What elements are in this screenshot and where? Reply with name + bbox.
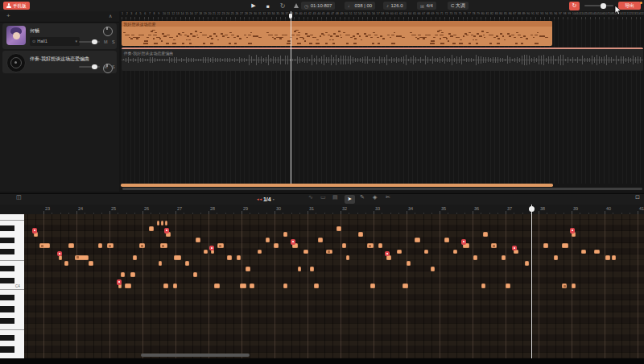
midi-note[interactable]	[227, 255, 232, 260]
piano-key-black[interactable]	[0, 278, 14, 283]
piano-keyboard[interactable]: C4	[0, 214, 24, 358]
pitch-marker[interactable]	[570, 228, 575, 234]
midi-note[interactable]	[562, 283, 567, 288]
piano-key-black[interactable]	[0, 306, 14, 312]
midi-note[interactable]	[75, 255, 89, 260]
play-button[interactable]: ▶	[248, 0, 259, 11]
midi-note[interactable]	[89, 261, 93, 266]
piano-key-black[interactable]	[0, 266, 14, 271]
pitch-marker[interactable]	[32, 228, 37, 234]
midi-note[interactable]	[303, 250, 308, 254]
midi-note[interactable]	[130, 272, 135, 277]
stop-button[interactable]: ■	[262, 0, 274, 11]
midi-note[interactable]	[491, 243, 497, 248]
midi-note[interactable]	[444, 238, 449, 242]
piano-roll-scrollbar[interactable]	[141, 354, 250, 357]
midi-note[interactable]	[453, 250, 457, 254]
midi-note[interactable]	[506, 283, 510, 288]
midi-note[interactable]	[402, 283, 408, 288]
midi-note[interactable]	[240, 283, 246, 288]
collapse-panel-button[interactable]: ∧	[109, 13, 112, 19]
midi-note[interactable]	[161, 221, 163, 225]
add-track-button[interactable]: +	[6, 12, 10, 19]
midi-note[interactable]	[502, 255, 506, 260]
midi-note[interactable]	[214, 283, 220, 288]
midi-note[interactable]	[326, 250, 332, 254]
regenerate-button[interactable]: ↻	[569, 2, 580, 10]
midi-note[interactable]	[204, 250, 208, 254]
marquee-tool[interactable]: ▭	[320, 194, 326, 201]
piano-roll-ruler[interactable]: 23242526272829303132333435363738394041	[0, 205, 644, 216]
midi-note[interactable]	[283, 283, 287, 288]
midi-note[interactable]	[159, 261, 162, 266]
arrangement-scrollbar[interactable]	[122, 188, 642, 191]
midi-note[interactable]	[424, 250, 428, 254]
piano-key-black[interactable]	[0, 238, 14, 243]
metronome-button[interactable]	[291, 0, 302, 11]
pencil-tool[interactable]: ✎	[360, 194, 365, 201]
piano-key-black[interactable]	[0, 295, 14, 300]
midi-note[interactable]	[185, 261, 189, 266]
midi-note[interactable]	[149, 226, 154, 231]
pitch-marker[interactable]	[385, 251, 390, 257]
scissors-tool[interactable]: ✂	[386, 194, 390, 201]
time-display[interactable]: ◷ 01:10:807	[301, 2, 335, 10]
midi-note[interactable]	[562, 243, 568, 248]
pitch-marker[interactable]	[57, 251, 62, 257]
piano-roll-playhead[interactable]	[531, 205, 532, 358]
pitch-marker[interactable]	[461, 239, 466, 245]
midi-note[interactable]	[125, 283, 131, 288]
piano-key-black[interactable]	[0, 346, 14, 352]
piano-key-black[interactable]	[0, 249, 14, 254]
piano-key-black[interactable]	[0, 318, 14, 324]
midi-note[interactable]	[407, 261, 411, 266]
midi-note[interactable]	[397, 250, 402, 254]
midi-note[interactable]	[274, 243, 279, 248]
eraser-tool[interactable]: ◈	[373, 194, 377, 201]
midi-note[interactable]	[165, 221, 167, 225]
midi-note[interactable]	[310, 267, 314, 271]
midi-note[interactable]	[121, 272, 125, 277]
midi-note[interactable]	[133, 255, 137, 260]
midi-note[interactable]	[298, 267, 301, 271]
midi-note[interactable]	[581, 250, 586, 254]
midi-note[interactable]	[415, 238, 420, 242]
midi-note[interactable]	[139, 243, 145, 248]
midi-note[interactable]	[543, 243, 548, 248]
midi-note[interactable]	[157, 221, 159, 225]
midi-note[interactable]	[572, 283, 576, 288]
pitch-marker[interactable]	[512, 246, 517, 251]
midi-note[interactable]	[266, 238, 270, 242]
pointer-tool-selected[interactable]: ➤	[345, 195, 355, 204]
midi-note[interactable]	[98, 243, 102, 248]
midi-note[interactable]	[358, 232, 363, 237]
pitch-marker[interactable]	[291, 239, 295, 245]
note-grid[interactable]	[24, 214, 644, 358]
piano-view-tool[interactable]: ▤	[332, 194, 338, 201]
midi-note[interactable]	[473, 255, 477, 260]
midi-note[interactable]	[237, 255, 241, 260]
tempo-display[interactable]: ♪ 126.0	[383, 2, 407, 10]
midi-note[interactable]	[68, 243, 74, 248]
arrangement-playhead[interactable]	[291, 11, 291, 187]
piano-key-black[interactable]	[0, 225, 14, 231]
midi-note[interactable]	[483, 232, 488, 237]
pitch-marker[interactable]	[117, 279, 122, 285]
time-signature-display[interactable]: ⊞ 4/4	[417, 2, 436, 10]
midi-note[interactable]	[336, 226, 341, 231]
pitch-marker[interactable]	[209, 246, 214, 251]
midi-note[interactable]	[39, 243, 50, 248]
pitch-curve-tool[interactable]: ∿	[308, 194, 313, 201]
midi-note[interactable]	[283, 232, 287, 237]
midi-note[interactable]	[160, 243, 167, 248]
master-volume-knob[interactable]	[601, 3, 606, 9]
midi-note[interactable]	[525, 261, 529, 266]
midi-note[interactable]	[107, 243, 114, 248]
midi-note[interactable]	[594, 250, 600, 254]
midi-note[interactable]	[378, 243, 382, 248]
pitch-marker[interactable]	[164, 228, 169, 234]
midi-note[interactable]	[314, 283, 319, 288]
midi-note[interactable]	[193, 272, 197, 277]
midi-note[interactable]	[346, 255, 349, 260]
accompaniment-audio-clip[interactable]: 伴奏-我好想谈这场恋爱编曲	[122, 48, 643, 72]
